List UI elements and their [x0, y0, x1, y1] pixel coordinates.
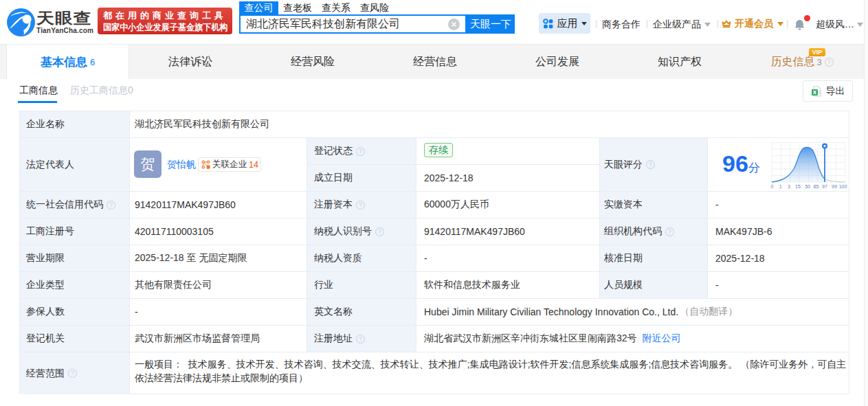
svg-text:99: 99	[832, 184, 837, 189]
svg-text:1: 1	[779, 184, 782, 189]
svg-text:100: 100	[839, 184, 847, 189]
svg-text:50: 50	[805, 184, 810, 189]
svg-text:15: 15	[795, 184, 801, 189]
svg-text:3: 3	[788, 184, 790, 189]
svg-text:0: 0	[771, 184, 774, 189]
svg-text:97: 97	[822, 184, 827, 189]
svg-text:85: 85	[814, 184, 819, 189]
